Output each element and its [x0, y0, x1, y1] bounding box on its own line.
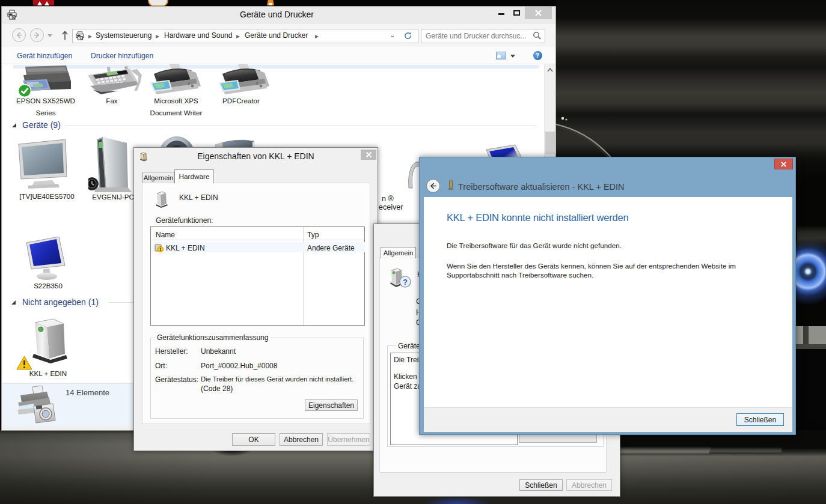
svg-text:?: ?: [403, 278, 408, 287]
